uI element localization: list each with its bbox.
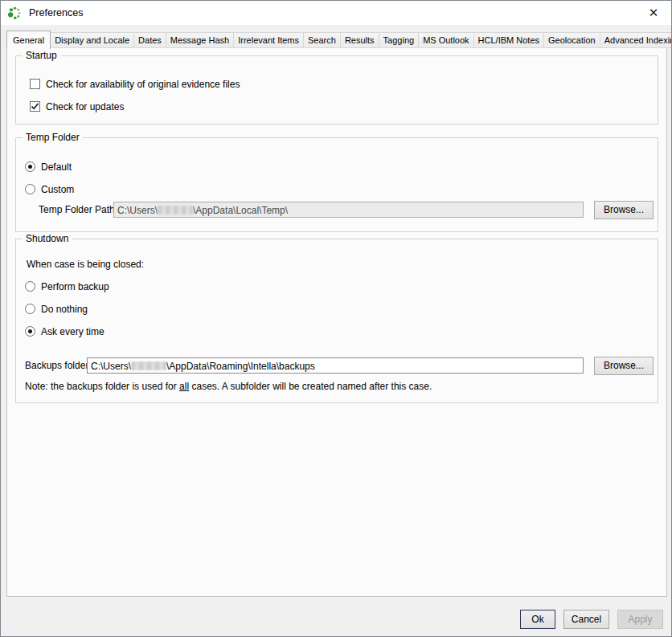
ok-button[interactable]: Ok bbox=[520, 610, 555, 629]
evidence-files-checkbox-label: Check for availability of original evide… bbox=[46, 79, 240, 90]
tab-strip: General Display and Locale Dates Message… bbox=[6, 30, 672, 48]
custom-radio[interactable] bbox=[25, 184, 35, 194]
check-updates-checkbox-label: Check for updates bbox=[46, 101, 124, 112]
tab-search[interactable]: Search bbox=[303, 32, 341, 48]
shutdown-group-title: Shutdown bbox=[23, 233, 72, 244]
backups-folder-label: Backups folder bbox=[25, 360, 88, 371]
backups-path-prefix: C:\Users\ bbox=[91, 361, 131, 372]
ask-every-time-radio-label: Ask every time bbox=[41, 326, 104, 337]
ask-every-time-radio[interactable] bbox=[25, 326, 35, 337]
temp-folder-path-field: C:\Users\\AppData\Local\Temp\ bbox=[113, 202, 584, 218]
perform-backup-radio-label: Perform backup bbox=[41, 281, 109, 292]
preferences-dialog: Preferences ✕ General Display and Locale… bbox=[0, 0, 672, 637]
temp-folder-path-label: Temp Folder Path bbox=[39, 204, 115, 215]
temp-folder-browse-button[interactable]: Browse... bbox=[594, 201, 654, 219]
backups-note-suffix: cases. A subfolder will be created named… bbox=[189, 381, 432, 392]
backups-folder-field[interactable]: C:\Users\\AppData\Roaming\Intella\backup… bbox=[87, 357, 584, 374]
check-updates-checkbox[interactable] bbox=[30, 101, 40, 112]
custom-radio-label: Custom bbox=[41, 184, 74, 195]
backups-note-underlined: all bbox=[179, 381, 189, 392]
tab-hcl-ibm-notes[interactable]: HCL/IBM Notes bbox=[473, 32, 544, 48]
close-icon[interactable]: ✕ bbox=[637, 1, 670, 25]
tab-results[interactable]: Results bbox=[340, 32, 379, 48]
tab-general[interactable]: General bbox=[6, 31, 51, 49]
default-radio-label: Default bbox=[41, 161, 72, 173]
temp-path-suffix: \AppData\Local\Temp\ bbox=[193, 205, 288, 216]
do-nothing-radio[interactable] bbox=[25, 304, 35, 314]
tab-geolocation[interactable]: Geolocation bbox=[543, 32, 600, 48]
window-title: Preferences bbox=[29, 7, 83, 18]
tab-page-general: Startup Check for availability of origin… bbox=[6, 47, 667, 597]
title-bar: Preferences ✕ bbox=[1, 1, 671, 25]
tab-tagging[interactable]: Tagging bbox=[379, 32, 420, 48]
tab-ms-outlook[interactable]: MS Outlook bbox=[418, 32, 473, 48]
cancel-button[interactable]: Cancel bbox=[563, 610, 609, 629]
apply-button: Apply bbox=[617, 610, 663, 629]
temp-path-prefix: C:\Users\ bbox=[117, 205, 158, 216]
tab-advanced-indexing[interactable]: Advanced Indexing bbox=[600, 32, 672, 48]
tab-dates[interactable]: Dates bbox=[133, 32, 166, 48]
startup-group: Startup Check for availability of origin… bbox=[15, 55, 658, 125]
evidence-files-checkbox[interactable] bbox=[30, 79, 40, 89]
backups-browse-button[interactable]: Browse... bbox=[594, 357, 654, 375]
do-nothing-radio-label: Do nothing bbox=[41, 304, 88, 315]
perform-backup-radio[interactable] bbox=[25, 281, 35, 292]
backups-note: Note: the backups folder is used for all… bbox=[25, 381, 432, 392]
temp-folder-group-title: Temp Folder bbox=[23, 132, 83, 143]
default-radio[interactable] bbox=[25, 161, 35, 172]
when-case-closed-label: When case is being closed: bbox=[27, 259, 144, 270]
backups-path-suffix: \AppData\Roaming\Intella\backups bbox=[166, 361, 315, 372]
tab-message-hash[interactable]: Message Hash bbox=[166, 32, 234, 48]
temp-folder-group: Temp Folder Default Custom Temp Folder P… bbox=[15, 137, 658, 232]
shutdown-group: Shutdown When case is being closed: Perf… bbox=[15, 239, 658, 403]
tab-display-and-locale[interactable]: Display and Locale bbox=[50, 32, 134, 48]
tab-irrelevant-items[interactable]: Irrelevant Items bbox=[233, 32, 304, 48]
intella-logo-icon bbox=[7, 6, 22, 20]
startup-group-title: Startup bbox=[23, 50, 60, 61]
redacted-username bbox=[158, 206, 193, 214]
redacted-username bbox=[131, 361, 166, 370]
backups-note-prefix: Note: the backups folder is used for bbox=[25, 381, 179, 392]
